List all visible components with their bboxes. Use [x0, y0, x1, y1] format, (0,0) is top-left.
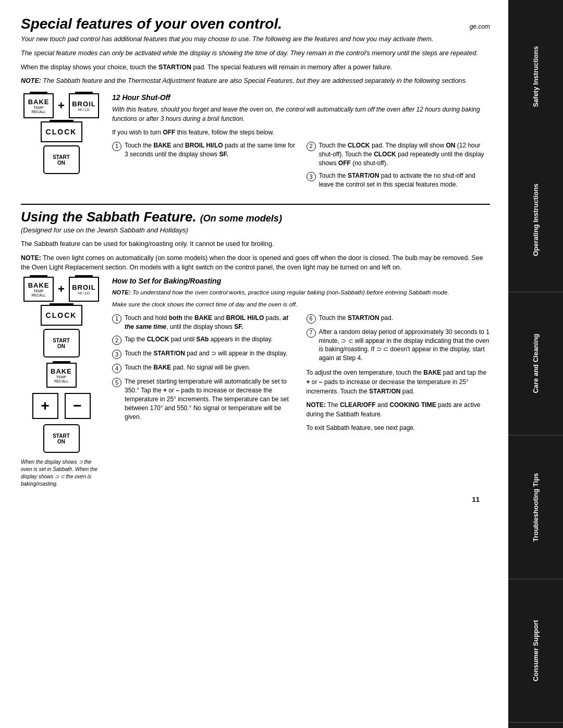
sabbath-clock-button[interactable]: CLOCK — [41, 305, 82, 326]
sabbath-clock-note: Make sure the clock shows the correct ti… — [112, 300, 490, 309]
shutoff-title: 12 Hour Shut-Off — [112, 93, 490, 102]
control-panel-top: BAKE TEMP RECALL + BROIL HI / LO CLOCK S… — [21, 93, 102, 193]
shutoff-intro: With this feature, should you forget and… — [112, 105, 490, 124]
sabbath-step2: 2 Tap the CLOCK pad until SAb appears in… — [112, 335, 296, 345]
broil-button[interactable]: BROIL HI / LO — [69, 93, 99, 118]
sabbath-bake-broil-row: BAKE TEMP RECALL + BROIL HI / LO — [23, 277, 99, 302]
clock-button-top[interactable]: CLOCK — [41, 121, 82, 142]
section-divider — [21, 204, 490, 205]
sabbath-bake2-button[interactable]: BAKE TEMP RECALL — [46, 363, 77, 388]
bake-button[interactable]: BAKE TEMP RECALL — [23, 93, 54, 118]
shutoff-step3: 3 Touch the START/ON pad to activate the… — [307, 171, 491, 189]
sabbath-steps-left: 1 Touch and hold both the BAKE and BROIL… — [112, 314, 296, 433]
step-num-1: 1 — [112, 142, 121, 151]
sabbath-caption: When the display shows ⊃ the oven is set… — [21, 459, 102, 488]
plus-button[interactable]: + — [32, 393, 58, 419]
sabbath-title: Using the Sabbath Feature. (On some mode… — [21, 209, 490, 225]
step-num-2: 2 — [307, 142, 316, 151]
s-step-num-1: 1 — [112, 314, 121, 324]
intro-p2: The special feature modes can only be ac… — [21, 48, 490, 58]
bake-broil-row: BAKE TEMP RECALL + BROIL HI / LO — [23, 93, 99, 118]
shutoff-step1: 1 Touch the BAKE and BROIL HI/LO pads at… — [112, 141, 296, 159]
sabbath-plus-sign: + — [58, 282, 65, 296]
s-step-num-4: 4 — [112, 364, 121, 373]
intro-p1: Your new touch pad control has additiona… — [21, 34, 490, 44]
sabbath-steps-container: 1 Touch and hold both the BAKE and BROIL… — [112, 314, 490, 433]
right-sidebar: Safety Instructions Operating Instructio… — [508, 0, 563, 728]
sabbath-note3: NOTE: The CLEAR/OFF and COOKING TIME pad… — [307, 400, 491, 419]
sidebar-consumer: Consumer Support — [508, 579, 563, 723]
sabbath-start-button[interactable]: START ON — [43, 329, 80, 357]
s-step-num-2: 2 — [112, 336, 121, 345]
sidebar-safety: Safety Instructions — [508, 5, 563, 149]
sabbath-section: BAKE TEMP RECALL + BROIL HI / LO CLOCK S… — [21, 277, 490, 488]
website: ge.com — [470, 23, 490, 30]
shutoff-steps-right: 2 Touch the CLOCK pad. The display will … — [307, 141, 491, 193]
shutoff-off-text: If you wish to turn OFF this feature, fo… — [112, 128, 490, 137]
minus-button[interactable]: − — [65, 393, 91, 419]
sabbath-step1: 1 Touch and hold both the BAKE and BROIL… — [112, 314, 296, 331]
sabbath-step3: 3 Touch the START/ON pad and ⊃ will appe… — [112, 349, 296, 359]
sabbath-broil-button[interactable]: BROIL HI / LO — [69, 277, 99, 302]
sidebar-troubleshooting: Troubleshooting Tips — [508, 436, 563, 579]
sidebar-operating: Operating Instructions — [508, 149, 563, 292]
sabbath-exit-text: To exit Sabbath feature, see next page. — [307, 423, 491, 433]
shutoff-content: 12 Hour Shut-Off With this feature, shou… — [112, 93, 490, 193]
sidebar-care: Care and Cleaning — [508, 292, 563, 436]
sabbath-adjust-text: To adjust the oven temperature, touch th… — [307, 368, 491, 396]
page-number: 11 — [21, 496, 480, 503]
sabbath-note1: The Sabbath feature can be used for baki… — [21, 239, 490, 249]
start-on-button-top[interactable]: START ON — [43, 145, 80, 174]
page-title-bar: Special features of your oven control. g… — [21, 16, 490, 32]
sabbath-subtitle: (Designed for use on the Jewish Sabbath … — [21, 226, 490, 234]
sabbath-step4: 4 Touch the BAKE pad. No signal will be … — [112, 363, 296, 373]
sabbath-bake-button[interactable]: BAKE TEMP RECALL — [23, 277, 54, 302]
plus-sign: + — [58, 99, 65, 113]
shutoff-step2: 2 Touch the CLOCK pad. The display will … — [307, 141, 491, 167]
sabbath-content: How to Set for Baking/Roasting NOTE: To … — [112, 277, 490, 488]
intro-p4: NOTE: The Sabbath feature and the Thermo… — [21, 76, 490, 86]
s-step-num-6: 6 — [307, 314, 316, 324]
shutoff-section: BAKE TEMP RECALL + BROIL HI / LO CLOCK S… — [21, 93, 490, 193]
sabbath-step5: 5 The preset starting temperature will a… — [112, 377, 296, 421]
sabbath-step7: 7 After a random delay period of approxi… — [307, 328, 491, 363]
main-content: Special features of your oven control. g… — [0, 0, 506, 514]
step-num-3: 3 — [307, 172, 316, 181]
shutoff-steps-left: 1 Touch the BAKE and BROIL HI/LO pads at… — [112, 141, 296, 193]
sabbath-note2: NOTE: The oven light comes on automatica… — [21, 253, 490, 273]
how-to-title: How to Set for Baking/Roasting — [112, 277, 490, 285]
sabbath-step6: 6 Touch the START/ON pad. — [307, 314, 491, 324]
intro-p3: When the display shows your choice, touc… — [21, 63, 490, 72]
s-step-num-3: 3 — [112, 350, 121, 359]
sabbath-panel: BAKE TEMP RECALL + BROIL HI / LO CLOCK S… — [21, 277, 102, 488]
s-step-num-7: 7 — [307, 328, 316, 338]
sabbath-start2-button[interactable]: START ON — [43, 424, 80, 453]
plus-minus-row: + − — [32, 393, 91, 419]
sabbath-steps-right: 6 Touch the START/ON pad. 7 After a rand… — [307, 314, 491, 433]
s-step-num-5: 5 — [112, 378, 121, 387]
shutoff-steps: 1 Touch the BAKE and BROIL HI/LO pads at… — [112, 141, 490, 193]
sabbath-note-how: NOTE: To understand how the oven control… — [112, 288, 490, 297]
page-title: Special features of your oven control. — [21, 16, 282, 32]
